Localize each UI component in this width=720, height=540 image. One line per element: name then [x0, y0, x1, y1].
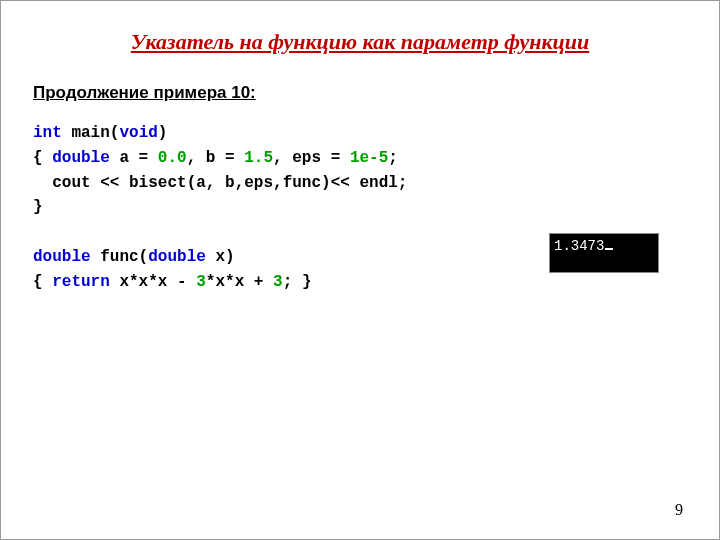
- code-text: ;: [388, 149, 398, 167]
- code-text: {: [33, 273, 52, 291]
- page-number: 9: [675, 501, 683, 519]
- code-text: x*x*x -: [110, 273, 196, 291]
- code-text: ; }: [283, 273, 312, 291]
- number-literal: 1.5: [244, 149, 273, 167]
- code-text: *x*x +: [206, 273, 273, 291]
- keyword-int: int: [33, 124, 62, 142]
- code-line-5: double func(double x): [33, 248, 235, 266]
- code-text: a =: [110, 149, 158, 167]
- code-line-2: { double a = 0.0, b = 1.5, eps = 1e-5;: [33, 149, 398, 167]
- code-text: , eps =: [273, 149, 350, 167]
- keyword-return: return: [52, 273, 110, 291]
- console-output: 1.3473: [549, 233, 659, 273]
- code-line-3: cout << bisect(a, b,eps,func)<< endl;: [33, 174, 407, 192]
- keyword-void: void: [119, 124, 157, 142]
- code-text: main(: [62, 124, 120, 142]
- code-line-4: }: [33, 198, 43, 216]
- slide-subtitle: Продолжение примера 10:: [33, 83, 687, 103]
- number-literal: 3: [273, 273, 283, 291]
- code-text: func(: [91, 248, 149, 266]
- slide: Указатель на функцию как параметр функци…: [0, 0, 720, 540]
- keyword-double: double: [33, 248, 91, 266]
- cursor-icon: [605, 248, 613, 250]
- console-text: 1.3473: [554, 238, 604, 254]
- slide-title: Указатель на функцию как параметр функци…: [33, 29, 687, 55]
- keyword-double: double: [148, 248, 206, 266]
- code-line-1: int main(void): [33, 124, 167, 142]
- number-literal: 1e-5: [350, 149, 388, 167]
- keyword-double: double: [52, 149, 110, 167]
- code-text: ): [158, 124, 168, 142]
- code-text: , b =: [187, 149, 245, 167]
- code-text: {: [33, 149, 52, 167]
- number-literal: 0.0: [158, 149, 187, 167]
- code-line-6: { return x*x*x - 3*x*x + 3; }: [33, 273, 311, 291]
- code-text: x): [206, 248, 235, 266]
- number-literal: 3: [196, 273, 206, 291]
